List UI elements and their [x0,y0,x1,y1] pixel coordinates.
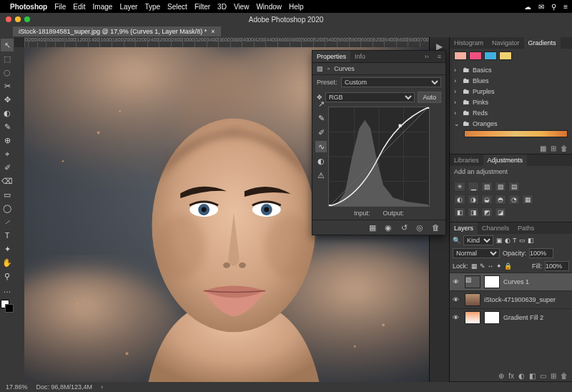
adjustment-icon[interactable]: ◐ [454,195,465,205]
tab-navigator[interactable]: Navigator [488,37,524,49]
curves-graph[interactable] [328,107,430,207]
gradient-swatch[interactable] [499,52,512,60]
brush-tool[interactable]: ✎ [1,120,14,133]
adjustment-icon[interactable]: ◨ [468,207,479,217]
auto-button[interactable]: Auto [418,92,441,103]
layer-filter-icon[interactable]: ◐ [505,237,511,244]
channel-select[interactable]: RGB [325,92,415,102]
layer-mask-thumb[interactable] [484,311,500,324]
folder-pinks[interactable]: ›🖿Pinks [454,97,568,107]
layer-filter-icon[interactable]: ▭ [519,237,526,244]
crop-tool[interactable]: ✂ [1,79,14,92]
curve-tool[interactable]: ↗ [315,98,327,109]
link-layers-icon[interactable]: ⊕ [498,372,504,380]
folder-basics[interactable]: ›🖿Basics [454,64,568,75]
adjustment-icon[interactable]: ▁ [468,182,479,192]
adjustment-icon[interactable]: ◔ [508,195,520,205]
mask-icon[interactable]: ▫ [327,65,330,72]
shape-tool[interactable]: ◯ [1,202,14,215]
layer-mask-thumb[interactable] [484,275,500,288]
new-group-icon[interactable]: ▦ [540,144,546,152]
layer-filter-kind[interactable]: Kind [463,235,493,245]
close-tab-icon[interactable]: × [211,28,214,35]
menu-edit[interactable]: Edit [73,3,85,11]
reset-icon[interactable]: ↺ [398,222,410,232]
pen-tool[interactable]: ⟋ [1,215,14,228]
document-tab[interactable]: iStock-181894581_super.jpg @ 17,9% (Curv… [13,26,221,36]
add-mask-icon[interactable]: ◐ [518,372,525,380]
layer-item[interactable]: 👁iStock-471900639_super [450,290,572,308]
clone-tool[interactable]: ⌖ [1,147,14,160]
visibility-icon[interactable]: 👁 [453,278,461,285]
adjustment-icon[interactable]: ▧ [495,182,506,192]
layer-filter-icon[interactable]: ◧ [528,237,534,244]
curve-tool[interactable]: ✎ [315,112,327,124]
tab-libraries[interactable]: Libraries [450,155,483,166]
curve-tool[interactable]: ∿ [315,141,327,152]
adjustment-icon[interactable]: ▤ [508,182,520,192]
layer-filter-icon[interactable]: ▣ [496,237,503,244]
doc-info-chevron[interactable]: › [101,383,103,391]
tab-adjustments[interactable]: Adjustments [483,155,528,166]
tab-properties[interactable]: Properties [312,51,350,62]
menu-filter[interactable]: Filter [194,3,210,11]
path-tool[interactable]: ✦ [1,242,14,255]
panel-menu-icon[interactable]: ≡ [433,51,445,62]
tab-layers[interactable]: Layers [450,222,478,234]
folder-oranges[interactable]: ⌄🖿Oranges [454,118,568,129]
search-icon[interactable]: ⚲ [551,3,556,11]
layer-fx-icon[interactable]: fx [508,372,514,380]
delete-gradient-icon[interactable]: 🗑 [561,144,568,152]
lock-icon[interactable]: ↔ [488,263,494,270]
gradient-swatch[interactable] [484,52,497,60]
gradient-tool[interactable]: ▭ [1,188,14,201]
type-tool[interactable]: T [1,229,14,242]
layer-item[interactable]: 👁▨Curves 1 [450,273,572,290]
tab-info[interactable]: Info [350,51,370,62]
menu-help[interactable]: Help [289,3,304,11]
adjustment-icon[interactable]: ◧ [454,207,465,217]
clip-icon[interactable]: ▦ [367,222,378,232]
panel-collapse-icon[interactable]: ›› [420,51,433,62]
blend-mode-select[interactable]: Normal [453,248,500,258]
menu-view[interactable]: View [234,3,250,11]
menu-3d[interactable]: 3D [217,3,227,11]
minimize-window[interactable] [15,16,21,22]
curve-tool[interactable]: ⚠ [315,170,327,181]
healing-tool[interactable]: ⊕ [1,134,14,147]
preset-select[interactable]: Custom [341,77,441,87]
list-icon[interactable]: ≡ [563,3,568,11]
zoom-level[interactable]: 17.86% [6,383,28,391]
chat-icon[interactable]: ✉︎ [538,3,544,11]
menu-layer[interactable]: Layer [119,3,137,11]
color-swatches[interactable] [1,300,14,313]
lock-icon[interactable]: ▦ [471,263,478,270]
lasso-tool[interactable]: ◌ [1,66,14,79]
adjustment-icon[interactable]: ▦ [522,195,533,205]
close-window[interactable] [6,16,11,22]
delete-layer-icon[interactable]: 🗑 [561,372,568,380]
new-adjustment-icon[interactable]: ◧ [529,372,536,380]
pencil-tool[interactable]: ✐ [1,161,14,174]
menu-select[interactable]: Select [167,3,187,11]
ruler-horizontal[interactable]: 0200400600800100012001400160018002000220… [24,37,429,47]
fill-input[interactable] [545,261,569,271]
zoom-tool[interactable]: ⚲ [1,270,14,283]
visibility-icon[interactable]: 👁 [453,296,461,303]
adjustment-icon[interactable]: ◓ [495,195,506,205]
layer-item[interactable]: 👁Gradient Fill 2 [450,308,572,326]
adjustment-icon[interactable]: ◪ [495,207,506,217]
tab-histogram[interactable]: Histogram [450,37,488,49]
eyedropper-tool[interactable]: ◐ [1,107,14,119]
menu-app[interactable]: Photoshop [10,3,47,11]
background-swatch[interactable] [5,304,14,313]
lock-icon[interactable]: 🔒 [504,263,512,270]
new-gradient-icon[interactable]: ⊞ [551,144,556,152]
folder-blues[interactable]: ›🖿Blues [454,75,568,86]
new-group-icon[interactable]: ▭ [540,372,546,380]
edit-toolbar[interactable]: … [1,283,14,296]
toggle-visibility-icon[interactable]: ◎ [414,222,425,232]
zoom-window[interactable] [24,16,30,22]
menu-type[interactable]: Type [144,3,160,11]
new-layer-icon[interactable]: ⊞ [551,372,556,380]
